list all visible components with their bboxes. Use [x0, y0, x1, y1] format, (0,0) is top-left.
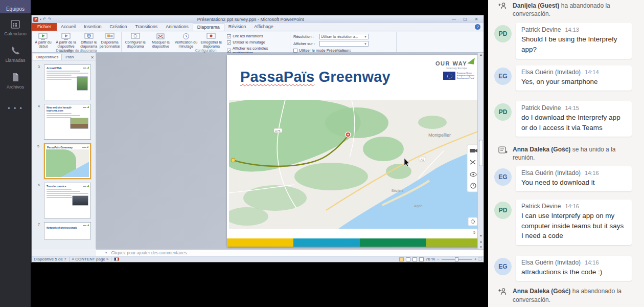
tab-fichier[interactable]: Fichier: [32, 23, 57, 31]
ourway-mini-logo: [83, 67, 89, 69]
chat-message-card[interactable]: Elsa Guérin (Invitado)14:16 You need to …: [516, 166, 632, 192]
slide-footer-colorbar: [227, 238, 482, 247]
minimize-button[interactable]: —: [450, 16, 458, 22]
rehearse-timings-button[interactable]: Vérification du minutage: [173, 32, 199, 48]
avatar[interactable]: PD: [494, 103, 512, 121]
custom-slideshow-button[interactable]: Diaporama personnalisé: [99, 32, 120, 48]
display-on-label: Afficher sur :: [293, 41, 318, 46]
hide-slide-button[interactable]: Masquer la diapositive: [148, 32, 174, 48]
thumbnail-accueil-web[interactable]: 3 Accueil Web: [44, 64, 91, 100]
from-beginning-button[interactable]: À partir du début: [33, 32, 54, 48]
resolution-dropdown[interactable]: Utiliser la résolution a...▼: [319, 34, 369, 39]
scroll-down-icon[interactable]: ▼: [478, 234, 484, 237]
avatar[interactable]: PD: [494, 25, 512, 42]
previous-slide-icon[interactable]: ▲: [478, 240, 484, 243]
zoom-in-icon[interactable]: +: [474, 257, 477, 261]
thumbnail-transfer-service[interactable]: 6 Transfer service: [44, 183, 91, 218]
more-options-icon[interactable]: • • •: [0, 105, 31, 112]
avatar[interactable]: EG: [494, 168, 512, 186]
chat-message-card[interactable]: Elsa Guérin (Invitado)14:16 attraduction…: [516, 256, 632, 281]
chat-message-card[interactable]: Patrick Devine14:16 I can use Interprefy…: [516, 200, 632, 245]
notes-placeholder: Cliquez pour ajouter des commentaires: [111, 250, 187, 255]
normal-view-icon[interactable]: [399, 257, 404, 261]
teams-left-rail: Equipos Calendario Llamadas Archivos • •…: [0, 0, 31, 307]
chat-message-card[interactable]: Patrick Devine14:13 Should I be using th…: [516, 23, 632, 58]
close-panel-icon[interactable]: ✕: [90, 55, 94, 60]
play-narrations-checkbox[interactable]: Lire les narrations: [227, 34, 287, 38]
tab-accueil[interactable]: Accueil: [57, 23, 80, 31]
ourway-mini-logo: [83, 106, 89, 108]
tab-transitions[interactable]: Transitions: [131, 23, 162, 31]
zoom-slider[interactable]: [442, 259, 472, 260]
restore-button[interactable]: ▢: [461, 16, 469, 22]
notes-area[interactable]: ▾ Cliquez pour ajouter des commentaires: [96, 249, 484, 256]
checkbox-checked-icon: [227, 34, 231, 38]
slide-sorter-view-icon[interactable]: [406, 257, 410, 261]
reading-view-icon[interactable]: [412, 257, 417, 261]
fit-to-window-icon[interactable]: ⛶: [478, 257, 481, 262]
thumbnail-image: [77, 76, 88, 91]
setup-gear-icon: [131, 33, 140, 40]
undo-icon[interactable]: ↶: [43, 17, 47, 21]
tab-diaporama[interactable]: Diaporama: [193, 23, 224, 31]
avatar[interactable]: PD: [494, 202, 512, 219]
ribbon-group-moniteurs: Résolution : Utiliser la résolution a...…: [290, 32, 397, 52]
tab-plan[interactable]: Plan: [62, 54, 77, 60]
display-on-dropdown[interactable]: ▼: [319, 41, 369, 47]
tab-creation[interactable]: Création: [106, 23, 131, 31]
greenway-map[interactable]: Montpellier Béziers Agde A9 A75: [229, 100, 480, 229]
chevron-down-icon: ▼: [364, 42, 367, 46]
chat-message: EG Elsa Guérin (Invitado)14:16 attraduct…: [488, 256, 644, 281]
user-left-icon: [498, 288, 508, 296]
tab-affichage[interactable]: Affichage: [250, 23, 277, 31]
close-button[interactable]: ✕: [472, 16, 480, 22]
sidebar-item-archivos[interactable]: Archivos: [0, 72, 31, 90]
avatar[interactable]: EG: [494, 258, 512, 275]
scrollbar-thumb[interactable]: [479, 140, 483, 166]
save-icon[interactable]: ▪: [40, 17, 41, 21]
svg-text:A75: A75: [275, 129, 281, 133]
tab-insertion[interactable]: Insertion: [80, 23, 106, 31]
help-icon[interactable]: ?: [475, 24, 480, 30]
thumbnail-passapais-greenway[interactable]: 5 PassaPaïs Greenway: [44, 143, 91, 179]
sidebar-item-calendario[interactable]: Calendario: [0, 18, 31, 36]
tab-animations[interactable]: Animations: [162, 23, 193, 31]
thumbnail-image: [72, 195, 88, 206]
tab-revision[interactable]: Révision: [224, 23, 250, 31]
avatar[interactable]: EG: [494, 68, 512, 85]
chat-message-card[interactable]: Patrick Devine14:15 do I download the In…: [516, 101, 632, 137]
map-settings-button[interactable]: [468, 217, 477, 226]
sidebar-item-llamadas[interactable]: Llamadas: [0, 45, 31, 63]
broadcast-slideshow-button[interactable]: Diffuser le diaporama: [78, 32, 99, 48]
broadcast-globe-icon: [84, 33, 94, 40]
chat-message: PD Patrick Devine14:13 Should I be using…: [488, 23, 644, 58]
splitter-handle-icon[interactable]: ▾: [105, 251, 107, 255]
svg-text:A9: A9: [421, 158, 425, 161]
tab-diapositives[interactable]: Diapositives: [33, 54, 62, 60]
sidebar-item-equipos[interactable]: Equipos: [0, 0, 31, 13]
chevron-down-icon: ▼: [364, 35, 367, 38]
chat-message-card[interactable]: Elsa Guérin (Invitado)14:14 Yes, on your…: [516, 65, 632, 91]
ourway-mini-logo: [83, 224, 89, 227]
scroll-up-icon[interactable]: ▲: [478, 53, 484, 56]
leaf-icon: [467, 57, 475, 64]
slide-thumbnail-panel: Diapositives Plan ✕ 3 Accueil Web 4: [32, 53, 96, 249]
files-icon: [10, 72, 21, 83]
current-slide[interactable]: PassaPaïs Greenway OUR WAY Interreg Euro…: [227, 55, 482, 247]
thumbnail-new-website[interactable]: 4 New website herault-tourisme.com: [44, 104, 91, 140]
record-icon: [206, 33, 216, 40]
ribbon-group-demarrage: À partir du début À partir de la diaposi…: [32, 32, 122, 52]
record-slideshow-button[interactable]: Enregistrer le diaporama: [199, 32, 224, 48]
powerpoint-window: P ▪ ↶ ↷ Présentation2 ppt survey.pps - M…: [32, 15, 484, 262]
thumbnail-network-of-professionals[interactable]: 7 Network of professionals: [44, 222, 91, 239]
zoom-out-icon[interactable]: −: [437, 257, 440, 261]
system-message: Danijela (Guest) ha abandonado la conver…: [488, 2, 644, 18]
from-current-slide-button[interactable]: À partir de la diapositive actuelle: [54, 32, 78, 48]
slide-number: 3: [38, 65, 40, 69]
redo-icon[interactable]: ↷: [48, 17, 52, 21]
zoom-level: 76 %: [426, 257, 435, 261]
setup-slideshow-button[interactable]: Configurer le diaporama: [123, 32, 148, 48]
slide-scrollbar[interactable]: ▲ ▼ ▲ ▼: [477, 53, 484, 249]
slideshow-view-icon[interactable]: [419, 257, 424, 261]
use-timings-checkbox[interactable]: Utiliser le minutage: [227, 40, 287, 45]
